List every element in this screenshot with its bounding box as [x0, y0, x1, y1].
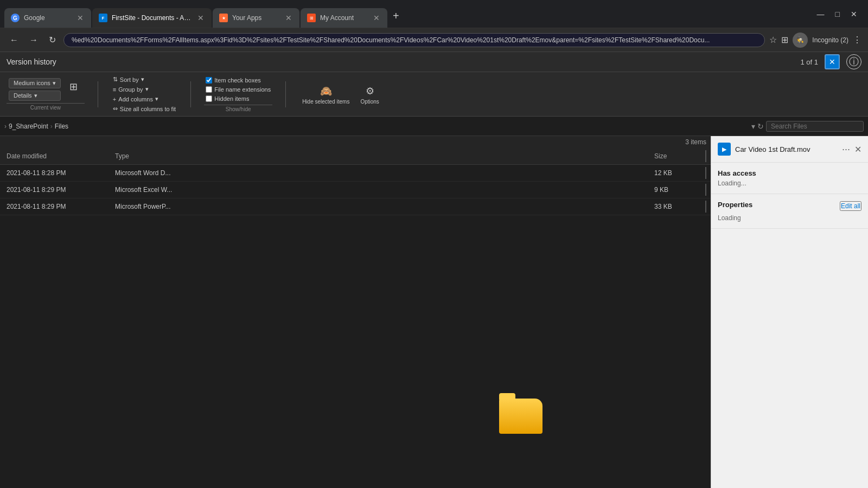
ribbon-showhide-group: Item check boxes File name extensions Hi…: [204, 76, 272, 112]
add-columns-label: Add columns: [118, 96, 153, 102]
ribbon: Medium icons ▾ Details ▾ ⊞ Current view: [0, 72, 868, 117]
bookmark-button[interactable]: ☆: [769, 35, 777, 45]
add-columns-chevron-icon: ▾: [155, 95, 158, 102]
details-label: Details: [14, 92, 32, 99]
tab-google[interactable]: G Google ✕: [4, 8, 91, 28]
tab-firstsite[interactable]: F FirstSite - Documents - All Docu... ✕: [92, 8, 212, 28]
item-count-value: 3 items: [685, 138, 706, 146]
browser-controls: — □ ✕: [813, 0, 868, 28]
ribbon-divider-1: [98, 81, 98, 107]
ribbon-view-group: Medium icons ▾ Details ▾ ⊞ Current view: [7, 78, 85, 111]
group-by-button[interactable]: ≡ Group by ▾: [111, 85, 177, 93]
google-favicon-icon: G: [11, 14, 20, 22]
size-all-columns-button[interactable]: ⇔ Size all columns to fit: [111, 105, 177, 113]
group-by-label: Group by: [118, 86, 143, 93]
info-button[interactable]: ⓘ: [846, 54, 861, 69]
minimize-button[interactable]: —: [813, 8, 829, 21]
extensions-button[interactable]: ⊞: [781, 35, 788, 45]
column-type[interactable]: Type: [113, 150, 652, 162]
ms-favicon-icon: ⊞: [307, 14, 316, 22]
item-checkboxes-toggle[interactable]: Item check boxes: [204, 76, 272, 84]
ribbon-divider-3: [285, 81, 286, 107]
panel-file-icon-label: ▶: [722, 146, 726, 153]
main-content: Version history 1 of 1 ✕ ⓘ Medium icons …: [0, 52, 868, 488]
path-refresh-button[interactable]: ↻: [757, 122, 764, 131]
hide-selected-button[interactable]: 🙈 Hide selected items: [299, 82, 353, 106]
file-list: 2021-08-11 8:28 PM Microsoft Word D... 1…: [0, 165, 711, 488]
item-checkboxes-label: Item check boxes: [214, 77, 261, 84]
version-history-close-button[interactable]: ✕: [825, 54, 840, 69]
panel-more-button[interactable]: ···: [842, 144, 850, 155]
forward-button[interactable]: →: [26, 33, 41, 47]
options-button[interactable]: ⚙ Options: [357, 82, 382, 106]
size-all-icon: ⇔: [113, 105, 118, 112]
explorer-header: Version history 1 of 1 ✕ ⓘ: [0, 52, 868, 72]
path-item-files[interactable]: Files: [55, 123, 68, 130]
file-area: 3 items Date modified Type Size 2021-08-…: [0, 136, 868, 488]
path-dropdown-button[interactable]: ▾: [751, 122, 755, 131]
tab-myaccount[interactable]: ⊞ My Account ✕: [301, 8, 387, 28]
file-row-type-2: Microsoft PowerP...: [113, 201, 652, 213]
right-panel: ▶ Car Video 1st Draft.mov ··· ✕ Has acce…: [711, 136, 868, 488]
file-row-date-1: 2021-08-11 8:29 PM: [4, 184, 113, 196]
column-date-modified[interactable]: Date modified: [4, 150, 113, 162]
ribbon-options-group: 🙈 Hide selected items ⚙ Options: [299, 82, 382, 106]
file-list-wrapper: 3 items Date modified Type Size 2021-08-…: [0, 136, 711, 488]
ribbon-sort-section: ⇅ Sort by ▾ ≡ Group by ▾ + Add columns ▾: [111, 75, 177, 113]
tab-firstsite-label: FirstSite - Documents - All Docu...: [112, 14, 192, 22]
edit-all-button[interactable]: Edit all: [840, 201, 861, 211]
address-input[interactable]: [63, 33, 765, 47]
file-row-date-0: 2021-08-11 8:28 PM: [4, 167, 113, 179]
add-columns-button[interactable]: + Add columns ▾: [111, 95, 177, 103]
tab-google-label: Google: [24, 14, 72, 22]
sort-by-button[interactable]: ⇅ Sort by ▾: [111, 75, 177, 84]
new-tab-button[interactable]: +: [388, 8, 404, 24]
folder-thumbnail: [499, 399, 542, 434]
ribbon-layout-section: Medium icons ▾ Details ▾ ⊞ Current view: [7, 78, 85, 111]
ribbon-divider-2: [190, 81, 191, 107]
tab-firstsite-close[interactable]: ✕: [196, 12, 205, 23]
column-size[interactable]: Size: [652, 150, 706, 162]
panel-close-button[interactable]: ✕: [854, 144, 861, 155]
maximize-button[interactable]: □: [831, 8, 844, 21]
tab-google-close[interactable]: ✕: [76, 12, 85, 23]
panel-properties-row: Properties Edit all: [718, 201, 861, 211]
group-chevron-icon: ▾: [145, 86, 149, 93]
close-window-button[interactable]: ✕: [846, 8, 861, 21]
file-row-type-1: Microsoft Excel W...: [113, 184, 652, 196]
details-dropdown[interactable]: Details ▾: [9, 91, 61, 101]
tab-yourapps-close[interactable]: ✕: [284, 12, 293, 23]
size-all-label: Size all columns to fit: [120, 106, 176, 112]
layout-view-button[interactable]: ⊞: [63, 78, 85, 95]
sharepoint-favicon-icon: F: [99, 14, 107, 22]
medium-icons-dropdown[interactable]: Medium icons ▾: [9, 78, 61, 88]
table-row[interactable]: 2021-08-11 8:28 PM Microsoft Word D... 1…: [0, 165, 711, 182]
path-bar: › 9_SharePoint › Files ▾ ↻: [0, 117, 868, 136]
file-row-size-2: 33 KB: [652, 201, 706, 213]
file-extensions-label: File name extensions: [214, 86, 271, 93]
reload-button[interactable]: ↻: [46, 33, 59, 47]
tab-myaccount-close[interactable]: ✕: [372, 12, 381, 23]
table-row[interactable]: 2021-08-11 8:29 PM Microsoft Excel W... …: [0, 182, 711, 198]
path-back-button[interactable]: ›: [4, 123, 7, 130]
file-extensions-checkbox[interactable]: [206, 86, 212, 93]
options-icon: ⚙: [362, 84, 378, 99]
properties-title: Properties: [718, 201, 752, 209]
hidden-items-checkbox[interactable]: [206, 95, 212, 102]
menu-button[interactable]: ⋮: [853, 35, 861, 45]
search-input[interactable]: [766, 121, 864, 132]
table-row[interactable]: 2021-08-11 8:29 PM Microsoft PowerP... 3…: [0, 198, 711, 215]
path-separator-1: ›: [50, 123, 53, 130]
profile-button[interactable]: 🕵: [793, 33, 808, 48]
hidden-items-toggle[interactable]: Hidden items: [204, 95, 272, 102]
back-button[interactable]: ←: [7, 33, 22, 47]
path-item-sharepoint[interactable]: 9_SharePoint: [9, 123, 48, 130]
tab-yourapps[interactable]: ★ Your Apps ✕: [213, 8, 299, 28]
file-extensions-toggle[interactable]: File name extensions: [204, 86, 272, 93]
file-list-header: Date modified Type Size: [0, 148, 711, 165]
item-checkboxes-checkbox[interactable]: [206, 77, 212, 84]
has-access-title: Has access: [718, 169, 861, 177]
options-label: Options: [360, 99, 379, 105]
hidden-items-label: Hidden items: [214, 95, 249, 102]
panel-file-icon: ▶: [718, 143, 731, 156]
